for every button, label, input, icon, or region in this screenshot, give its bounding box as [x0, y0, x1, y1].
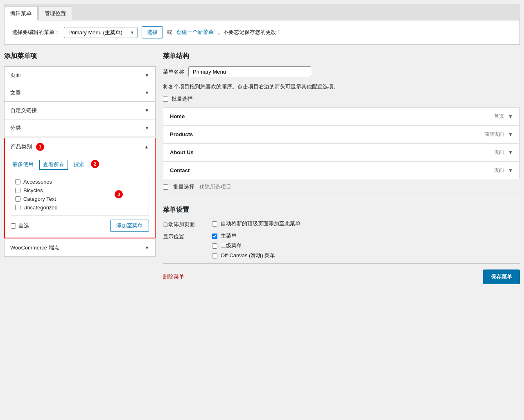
category-label-category-text: Category Text — [23, 196, 56, 202]
accordion-custom-link: 自定义链接 ▼ — [4, 102, 156, 119]
menu-select-wrapper: Primary Menu (主菜单) ▼ — [64, 27, 138, 38]
checkbox-bulk-select-top[interactable] — [163, 97, 168, 102]
position-offcanvas-row[interactable]: Off-Canvas (滑动) 菜单 — [212, 252, 275, 259]
menu-hint: 将各个项目拖到您喜欢的顺序。点击项目右边的箭头可显示其他配置选项。 — [163, 83, 520, 90]
checkbox-bulk-select-bottom[interactable] — [163, 184, 168, 190]
accordion-custom-link-header[interactable]: 自定义链接 ▼ — [5, 102, 155, 119]
accordion-category-header[interactable]: 分类 ▼ — [5, 119, 155, 137]
category-label-uncategorized: Uncategorized — [23, 204, 58, 211]
menu-item-home-label: Home — [170, 113, 185, 119]
tabs-bar: 编辑菜单 管理位置 — [4, 4, 520, 20]
add-to-menu-button[interactable]: 添加至菜单 — [110, 220, 149, 232]
position-primary-row[interactable]: 主菜单 — [212, 232, 275, 240]
menu-item-contact-left: Contact — [170, 167, 190, 173]
category-item-bicycles: Bicycles — [14, 186, 146, 195]
auto-add-label: 自动添加页面 — [163, 220, 204, 228]
display-positions-content: 主菜单 二级菜单 Off-Canvas (滑动) 菜单 — [212, 232, 275, 259]
product-category-label: 产品类别 — [11, 143, 32, 150]
bulk-select-bottom-row: 批量选择 移除所选项目 — [163, 183, 520, 191]
accordion-category-label: 分类 — [10, 124, 21, 132]
auto-add-content: 自动将新的顶级页面添加至此菜单 — [212, 220, 300, 227]
position-primary-label: 主菜单 — [221, 232, 237, 240]
bulk-select-top-label: 批量选择 — [172, 95, 193, 103]
menu-name-row: 菜单名称 — [163, 66, 520, 77]
checkbox-primary-menu[interactable] — [212, 234, 217, 239]
menu-item-about-right: 页面 ▼ — [494, 149, 513, 156]
accordion-product-category: 产品类别 1 ▲ 最多使用 查看所有 搜索 2 — [4, 138, 156, 238]
accordion-posts: 文章 ▼ — [4, 84, 156, 102]
chevron-down-icon: ▼ — [145, 72, 149, 78]
accordion-pages: 页面 ▼ — [4, 66, 156, 84]
menu-item-home-right: 首页 ▼ — [494, 113, 513, 120]
chevron-down-icon[interactable]: ▼ — [508, 168, 513, 173]
chevron-down-icon[interactable]: ▼ — [508, 150, 513, 155]
accordion-pages-label: 页面 — [10, 72, 21, 79]
chevron-down-icon[interactable]: ▼ — [508, 114, 513, 119]
bulk-select-bottom-label: 批量选择 — [173, 183, 194, 191]
remove-selected-button[interactable]: 移除所选项目 — [199, 183, 231, 191]
woocommerce-label: WooCommerce 端点 — [10, 244, 59, 252]
menu-settings-section: 菜单设置 自动添加页面 自动将新的顶级页面添加至此菜单 显示位置 — [163, 199, 520, 259]
chevron-up-icon: ▲ — [144, 144, 149, 150]
checkbox-category-text[interactable] — [15, 196, 20, 202]
sub-tab-most-used[interactable]: 最多使用 — [11, 160, 35, 170]
chevron-down-icon[interactable]: ▼ — [508, 132, 513, 137]
checkbox-auto-add[interactable] — [212, 221, 217, 227]
chevron-down-icon: ▼ — [145, 90, 149, 96]
menu-name-label: 菜单名称 — [163, 68, 184, 76]
tab-edit-menu[interactable]: 编辑菜单 — [4, 7, 38, 20]
chevron-down-icon: ▼ — [145, 245, 149, 251]
menu-item-home-left: Home — [170, 113, 185, 119]
product-category-body: 最多使用 查看所有 搜索 2 Accessories — [5, 156, 155, 238]
red-divider-line — [112, 175, 112, 208]
checkbox-bicycles[interactable] — [15, 188, 20, 193]
display-position-label: 显示位置 — [163, 232, 204, 240]
menu-item-about-tag: 页面 — [494, 149, 504, 156]
sub-tab-search[interactable]: 搜索 — [72, 160, 86, 170]
badge-3: 3 — [115, 190, 123, 198]
footer-row: 删除菜单 保存菜单 — [163, 263, 520, 284]
select-menu-label: 选择要编辑的菜单： — [12, 29, 60, 36]
create-menu-link[interactable]: 创建一个新菜单 — [176, 29, 214, 36]
category-item-category-text: Category Text — [14, 195, 146, 203]
accordion-custom-link-label: 自定义链接 — [10, 107, 37, 114]
checkbox-offcanvas-menu[interactable] — [212, 253, 217, 258]
save-menu-button[interactable]: 保存菜单 — [483, 270, 520, 284]
checkbox-secondary-menu[interactable] — [212, 243, 217, 249]
menu-item-products-tag: 商店页面 — [484, 131, 504, 138]
auto-add-check-label: 自动将新的顶级页面添加至此菜单 — [221, 220, 300, 227]
badge-1: 1 — [36, 143, 44, 151]
menu-item-products-left: Products — [170, 131, 193, 137]
position-secondary-row[interactable]: 二级菜单 — [212, 242, 275, 249]
menu-item-about-left: About Us — [170, 149, 194, 155]
add-menu-items-title: 添加菜单项 — [4, 52, 156, 61]
menu-item-contact: Contact 页面 ▼ — [163, 162, 520, 179]
sub-tab-view-all[interactable]: 查看所有 — [39, 160, 68, 170]
menu-settings-title: 菜单设置 — [163, 206, 520, 214]
accordion-posts-header[interactable]: 文章 ▼ — [5, 84, 155, 101]
category-item-accessories: Accessories — [14, 177, 146, 186]
auto-add-check-row[interactable]: 自动将新的顶级页面添加至此菜单 — [212, 220, 300, 227]
category-label-accessories: Accessories — [23, 179, 52, 185]
accordion-product-category-header[interactable]: 产品类别 1 ▲ — [5, 138, 155, 156]
category-list: Accessories Bicycles Category Text — [11, 174, 149, 216]
checkbox-select-all[interactable] — [11, 223, 16, 229]
menu-name-input[interactable] — [188, 66, 311, 77]
select-all-label[interactable]: 全选 — [11, 222, 29, 229]
accordion-woocommerce-header[interactable]: WooCommerce 端点 ▼ — [5, 239, 155, 256]
checkbox-accessories[interactable] — [15, 179, 20, 184]
select-menu-button[interactable]: 选择 — [142, 26, 163, 38]
select-all-text: 全选 — [18, 222, 29, 229]
tab-manage-locations[interactable]: 管理位置 — [38, 7, 72, 20]
delete-menu-link[interactable]: 删除菜单 — [163, 273, 184, 281]
menu-item-contact-label: Contact — [170, 167, 190, 173]
accordion-pages-header[interactable]: 页面 ▼ — [5, 67, 155, 84]
accordion-category: 分类 ▼ — [4, 119, 156, 137]
category-list-wrapper: Accessories Bicycles Category Text — [11, 174, 149, 216]
checkbox-uncategorized[interactable] — [15, 205, 20, 210]
chevron-down-icon: ▼ — [145, 125, 149, 131]
badge-2: 2 — [91, 160, 99, 168]
position-secondary-label: 二级菜单 — [221, 242, 242, 249]
menu-select[interactable]: Primary Menu (主菜单) — [64, 27, 138, 38]
menu-item-about-label: About Us — [170, 149, 194, 155]
